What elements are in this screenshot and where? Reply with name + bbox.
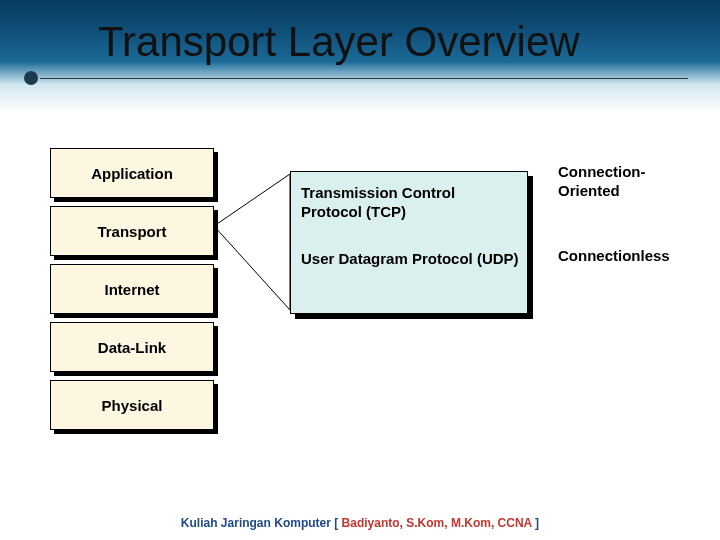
- layer-label: Transport: [97, 223, 166, 240]
- protocol-tcp-label: Transmission Control Protocol (TCP): [301, 184, 519, 222]
- box-face: Physical: [50, 380, 214, 430]
- layer-transport: Transport: [50, 206, 214, 256]
- layer-label: Data-Link: [98, 339, 166, 356]
- footer-right: ]: [532, 516, 539, 530]
- slide: Transport Layer Overview Application Tra…: [0, 0, 720, 540]
- protocol-box: Transmission Control Protocol (TCP) User…: [290, 171, 540, 321]
- layer-stack: Application Transport Internet Data-Link…: [50, 148, 226, 438]
- box-face: Data-Link: [50, 322, 214, 372]
- protocol-udp-label: User Datagram Protocol (UDP): [301, 250, 519, 269]
- layer-application: Application: [50, 148, 214, 198]
- annotation-connectionless: Connectionless: [558, 247, 698, 266]
- layer-label: Internet: [104, 281, 159, 298]
- layer-internet: Internet: [50, 264, 214, 314]
- connector-lines: [214, 170, 294, 315]
- footer-credit: Kuliah Jaringan Komputer [ Badiyanto, S.…: [0, 516, 720, 530]
- footer-left: Kuliah Jaringan Komputer [: [181, 516, 342, 530]
- layer-physical: Physical: [50, 380, 214, 430]
- box-face: Application: [50, 148, 214, 198]
- box-face: Transmission Control Protocol (TCP) User…: [290, 171, 528, 314]
- layer-label: Physical: [102, 397, 163, 414]
- title-underline: [40, 78, 688, 79]
- title-bullet-icon: [24, 71, 38, 85]
- box-face: Transport: [50, 206, 214, 256]
- box-face: Internet: [50, 264, 214, 314]
- layer-label: Application: [91, 165, 173, 182]
- annotation-connection-oriented: Connection-Oriented: [558, 163, 698, 201]
- footer-name: Badiyanto, S.Kom, M.Kom, CCNA: [342, 516, 532, 530]
- layer-datalink: Data-Link: [50, 322, 214, 372]
- slide-title: Transport Layer Overview: [98, 18, 580, 66]
